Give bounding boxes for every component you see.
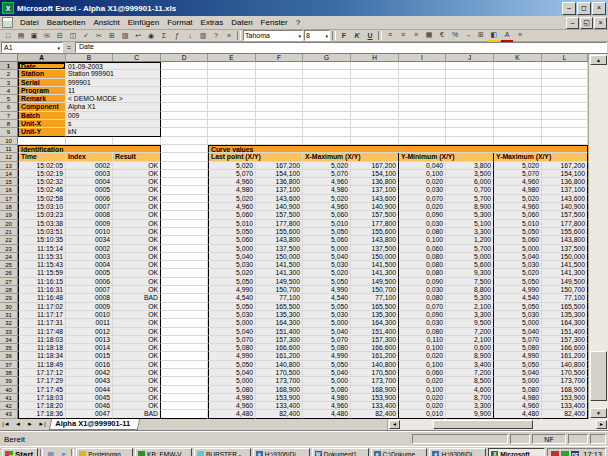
empty-cell[interactable] — [542, 62, 588, 70]
empty-cell[interactable] — [161, 228, 208, 236]
empty-cell[interactable] — [542, 87, 588, 95]
empty-cell[interactable] — [446, 120, 494, 128]
time-cell[interactable]: 15:03:10 — [18, 203, 66, 211]
row-header-11[interactable]: 11 — [0, 145, 18, 153]
tray-red-icon[interactable] — [551, 451, 559, 456]
row-header-43[interactable]: 43 — [0, 410, 18, 418]
row-header-24[interactable]: 24 — [0, 253, 18, 261]
index-cell[interactable]: 0012 — [66, 328, 113, 336]
empty-cell[interactable] — [161, 95, 208, 103]
info-label[interactable]: Unit-X — [18, 120, 66, 128]
xmax-y-cell[interactable]: 77,100 — [351, 294, 399, 302]
ymin-x-cell[interactable]: 0,030 — [399, 286, 446, 294]
ymin-x-cell[interactable]: 0,080 — [399, 269, 446, 277]
result-cell[interactable]: BAD — [113, 410, 161, 418]
ymin-x-cell[interactable]: 0,090 — [399, 278, 446, 286]
row-header-30[interactable]: 30 — [0, 303, 18, 311]
index-cell[interactable]: 0002 — [66, 162, 113, 170]
lastpoint-y-cell[interactable]: 154,100 — [256, 170, 303, 178]
xmax-y-cell[interactable]: 137,500 — [351, 245, 399, 253]
ymin-x-cell[interactable]: 0,030 — [399, 186, 446, 194]
xmax-y-cell[interactable]: 157,500 — [351, 211, 399, 219]
ymax-y-cell[interactable]: 140,900 — [542, 203, 588, 211]
empty-cell[interactable] — [161, 120, 208, 128]
column-header-H[interactable]: H — [351, 54, 399, 62]
row-header-25[interactable]: 25 — [0, 261, 18, 269]
more-buttons[interactable]: » — [223, 31, 235, 41]
vertical-scrollbar[interactable]: ▲ ▼ — [588, 54, 608, 419]
xmax-y-cell[interactable]: 170,500 — [351, 369, 399, 377]
xmax-y-cell[interactable]: 133,400 — [351, 402, 399, 410]
time-cell[interactable]: 17:18:20 — [18, 402, 66, 410]
result-cell[interactable]: OK — [113, 186, 161, 194]
ymin-y-cell[interactable]: 6,000 — [446, 178, 494, 186]
time-cell[interactable]: 17:18:36 — [18, 410, 66, 418]
row-header-12[interactable]: 12 — [0, 153, 18, 161]
lastpoint-y-cell[interactable]: 157,300 — [256, 336, 303, 344]
empty-cell[interactable] — [161, 377, 208, 385]
column-header-L[interactable]: L — [542, 54, 588, 62]
taskbar-button[interactable]: Posteingan... — [76, 448, 133, 456]
ymax-x-cell[interactable]: 5,010 — [494, 220, 542, 228]
next-sheet-button[interactable]: ► — [24, 419, 36, 430]
taskbar-button[interactable]: KB: EMW-V... — [135, 448, 192, 456]
ymax-x-cell[interactable]: 4,990 — [494, 286, 542, 294]
menu-item[interactable]: Datei — [16, 18, 43, 27]
xmax-x-cell[interactable]: 4,960 — [303, 203, 351, 211]
ymin-x-cell[interactable]: 0,060 — [399, 369, 446, 377]
info-value[interactable]: 999901 — [66, 79, 161, 87]
empty-cell[interactable] — [161, 170, 208, 178]
result-header[interactable]: Result — [113, 153, 161, 161]
ymax-y-cell[interactable]: 161,200 — [542, 352, 588, 360]
lastpoint-x-cell[interactable]: 5,040 — [208, 253, 256, 261]
ymax-y-cell[interactable]: 167,200 — [542, 162, 588, 170]
empty-cell[interactable] — [208, 128, 256, 136]
empty-cell[interactable] — [399, 70, 446, 78]
ymin-x-cell[interactable]: 0,100 — [399, 344, 446, 352]
ymax-x-cell[interactable]: 5,050 — [494, 278, 542, 286]
ymax-x-cell[interactable]: 5,080 — [494, 386, 542, 394]
row-header-39[interactable]: 39 — [0, 377, 18, 385]
ymax-y-cell[interactable]: 157,300 — [542, 336, 588, 344]
empty-cell[interactable] — [161, 128, 208, 136]
lastpoint-x-cell[interactable]: 4,980 — [208, 394, 256, 402]
ymax-x-cell[interactable]: 4,540 — [494, 294, 542, 302]
name-box[interactable]: A1 ▾ — [1, 42, 63, 53]
time-cell[interactable]: 11:15:59 — [18, 269, 66, 277]
time-cell[interactable]: 11:16:15 — [18, 278, 66, 286]
empty-cell[interactable] — [351, 128, 399, 136]
empty-cell[interactable] — [351, 70, 399, 78]
ymax-x-cell[interactable]: 5,000 — [494, 245, 542, 253]
ymax-y-cell[interactable]: 141,500 — [542, 261, 588, 269]
xmax-y-cell[interactable]: 82,400 — [351, 410, 399, 418]
ymin-y-cell[interactable]: 5,700 — [446, 195, 494, 203]
ymin-y-cell[interactable]: 7,200 — [446, 369, 494, 377]
empty-cell[interactable] — [161, 261, 208, 269]
time-cell[interactable]: 15:02:05 — [18, 162, 66, 170]
lastpoint-x-cell[interactable]: 5,050 — [208, 228, 256, 236]
empty-cell[interactable] — [161, 278, 208, 286]
empty-cell[interactable] — [446, 79, 494, 87]
xmax-y-cell[interactable]: 141,300 — [351, 269, 399, 277]
result-cell[interactable]: OK — [113, 303, 161, 311]
empty-cell[interactable] — [303, 87, 351, 95]
row-header-35[interactable]: 35 — [0, 344, 18, 352]
xmax-y-cell[interactable]: 168,900 — [351, 386, 399, 394]
empty-cell[interactable] — [446, 137, 494, 145]
ymin-y-cell[interactable]: 7,200 — [446, 328, 494, 336]
maximize-button[interactable]: ◻ — [577, 2, 591, 15]
ymin-y-cell[interactable]: 5,700 — [446, 245, 494, 253]
horizontal-scrollbar[interactable]: ◄ ► — [387, 419, 608, 430]
row-header-22[interactable]: 22 — [0, 236, 18, 244]
autosum-button[interactable]: Σ — [158, 31, 170, 41]
lastpoint-y-cell[interactable]: 77,100 — [256, 294, 303, 302]
ymin-y-cell[interactable]: 5,000 — [446, 253, 494, 261]
index-cell[interactable]: 0016 — [66, 361, 113, 369]
xmax-y-cell[interactable]: 140,800 — [351, 361, 399, 369]
time-cell[interactable]: 11:15:31 — [18, 253, 66, 261]
font-color-button[interactable]: A — [501, 30, 513, 42]
empty-cell[interactable] — [161, 294, 208, 302]
empty-cell[interactable] — [161, 386, 208, 394]
result-cell[interactable]: OK — [113, 261, 161, 269]
xmax-y-cell[interactable]: 136,800 — [351, 178, 399, 186]
